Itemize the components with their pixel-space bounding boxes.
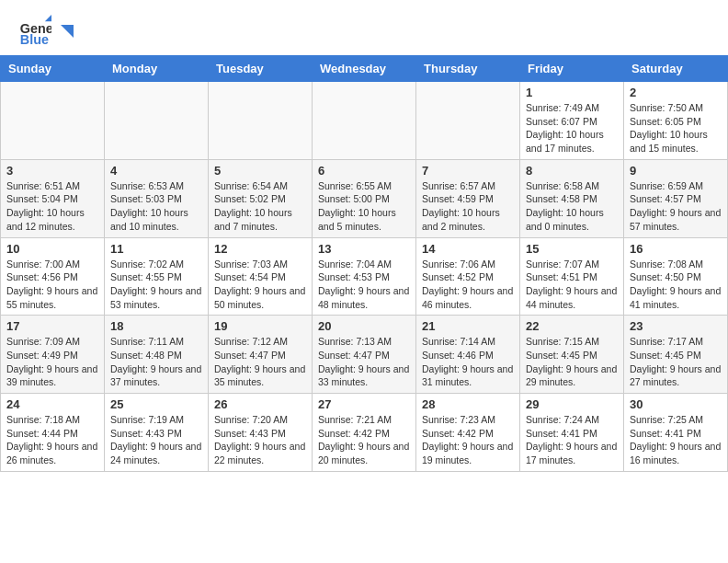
- svg-marker-2: [45, 15, 51, 21]
- calendar-cell: [1, 82, 105, 160]
- day-info: Sunrise: 7:12 AM Sunset: 4:47 PM Dayligh…: [214, 335, 306, 389]
- day-info: Sunrise: 7:20 AM Sunset: 4:43 PM Dayligh…: [214, 413, 306, 467]
- column-header-saturday: Saturday: [624, 56, 728, 82]
- day-info: Sunrise: 7:49 AM Sunset: 6:07 PM Dayligh…: [526, 101, 618, 155]
- day-number: 24: [6, 397, 98, 411]
- calendar-week-row: 3Sunrise: 6:51 AM Sunset: 5:04 PM Daylig…: [1, 159, 728, 237]
- day-number: 9: [630, 164, 722, 178]
- column-header-tuesday: Tuesday: [209, 56, 313, 82]
- day-info: Sunrise: 7:06 AM Sunset: 4:52 PM Dayligh…: [422, 258, 514, 312]
- day-number: 7: [422, 164, 514, 178]
- calendar-week-row: 24Sunrise: 7:18 AM Sunset: 4:44 PM Dayli…: [1, 394, 728, 472]
- day-info: Sunrise: 6:51 AM Sunset: 5:04 PM Dayligh…: [6, 179, 98, 234]
- calendar-cell: 17Sunrise: 7:09 AM Sunset: 4:49 PM Dayli…: [1, 316, 105, 394]
- day-info: Sunrise: 7:11 AM Sunset: 4:48 PM Dayligh…: [110, 335, 202, 389]
- day-info: Sunrise: 7:04 AM Sunset: 4:53 PM Dayligh…: [318, 258, 410, 312]
- day-number: 12: [214, 242, 306, 256]
- calendar-cell: 20Sunrise: 7:13 AM Sunset: 4:47 PM Dayli…: [313, 316, 416, 394]
- calendar-cell: 28Sunrise: 7:23 AM Sunset: 4:42 PM Dayli…: [416, 394, 520, 472]
- calendar-cell: 29Sunrise: 7:24 AM Sunset: 4:41 PM Dayli…: [520, 394, 624, 472]
- day-number: 26: [214, 397, 306, 411]
- page-header: General Blue: [0, 0, 728, 55]
- day-number: 2: [630, 86, 722, 99]
- day-number: 8: [526, 164, 618, 178]
- day-info: Sunrise: 7:02 AM Sunset: 4:55 PM Dayligh…: [110, 258, 202, 312]
- calendar-cell: [416, 82, 520, 160]
- day-number: 29: [526, 397, 618, 411]
- day-number: 1: [526, 86, 618, 99]
- day-info: Sunrise: 6:58 AM Sunset: 4:58 PM Dayligh…: [526, 179, 618, 234]
- day-number: 30: [630, 397, 722, 411]
- calendar-cell: 27Sunrise: 7:21 AM Sunset: 4:42 PM Dayli…: [313, 394, 416, 472]
- calendar-cell: 3Sunrise: 6:51 AM Sunset: 5:04 PM Daylig…: [1, 159, 105, 237]
- day-number: 25: [110, 397, 202, 411]
- calendar-cell: 10Sunrise: 7:00 AM Sunset: 4:56 PM Dayli…: [1, 237, 105, 316]
- day-number: 17: [6, 319, 98, 333]
- day-number: 10: [6, 242, 98, 256]
- calendar-header-row: SundayMondayTuesdayWednesdayThursdayFrid…: [1, 56, 728, 82]
- day-info: Sunrise: 7:18 AM Sunset: 4:44 PM Dayligh…: [6, 413, 98, 467]
- calendar-cell: 21Sunrise: 7:14 AM Sunset: 4:46 PM Dayli…: [416, 316, 520, 394]
- day-number: 3: [6, 164, 98, 178]
- day-info: Sunrise: 7:19 AM Sunset: 4:43 PM Dayligh…: [110, 413, 202, 467]
- day-number: 5: [214, 164, 306, 178]
- calendar-cell: 15Sunrise: 7:07 AM Sunset: 4:51 PM Dayli…: [520, 237, 624, 316]
- calendar-cell: 16Sunrise: 7:08 AM Sunset: 4:50 PM Dayli…: [624, 237, 728, 316]
- calendar-cell: 18Sunrise: 7:11 AM Sunset: 4:48 PM Dayli…: [105, 316, 209, 394]
- day-number: 19: [214, 319, 306, 333]
- calendar-cell: 4Sunrise: 6:53 AM Sunset: 5:03 PM Daylig…: [105, 159, 209, 237]
- svg-text:Blue: Blue: [20, 32, 49, 47]
- calendar-table: SundayMondayTuesdayWednesdayThursdayFrid…: [0, 55, 728, 472]
- day-number: 4: [110, 164, 202, 178]
- calendar-cell: 11Sunrise: 7:02 AM Sunset: 4:55 PM Dayli…: [105, 237, 209, 316]
- calendar-cell: 2Sunrise: 7:50 AM Sunset: 6:05 PM Daylig…: [624, 82, 728, 160]
- calendar-cell: 26Sunrise: 7:20 AM Sunset: 4:43 PM Dayli…: [209, 394, 313, 472]
- day-info: Sunrise: 7:08 AM Sunset: 4:50 PM Dayligh…: [630, 258, 722, 312]
- calendar-cell: 1Sunrise: 7:49 AM Sunset: 6:07 PM Daylig…: [520, 82, 624, 160]
- calendar-cell: 23Sunrise: 7:17 AM Sunset: 4:45 PM Dayli…: [624, 316, 728, 394]
- calendar-week-row: 1Sunrise: 7:49 AM Sunset: 6:07 PM Daylig…: [1, 82, 728, 160]
- calendar-cell: 24Sunrise: 7:18 AM Sunset: 4:44 PM Dayli…: [1, 394, 105, 472]
- calendar-cell: 30Sunrise: 7:25 AM Sunset: 4:41 PM Dayli…: [624, 394, 728, 472]
- day-info: Sunrise: 7:00 AM Sunset: 4:56 PM Dayligh…: [6, 258, 98, 312]
- day-number: 15: [526, 242, 618, 256]
- day-info: Sunrise: 6:54 AM Sunset: 5:02 PM Dayligh…: [214, 179, 306, 234]
- calendar-cell: 7Sunrise: 6:57 AM Sunset: 4:59 PM Daylig…: [416, 159, 520, 237]
- logo: General Blue: [18, 15, 74, 48]
- day-info: Sunrise: 7:07 AM Sunset: 4:51 PM Dayligh…: [526, 258, 618, 312]
- column-header-friday: Friday: [520, 56, 624, 82]
- day-info: Sunrise: 7:21 AM Sunset: 4:42 PM Dayligh…: [318, 413, 410, 467]
- column-header-sunday: Sunday: [1, 56, 105, 82]
- day-info: Sunrise: 7:13 AM Sunset: 4:47 PM Dayligh…: [318, 335, 410, 389]
- calendar-cell: 13Sunrise: 7:04 AM Sunset: 4:53 PM Dayli…: [313, 237, 416, 316]
- logo-triangle-icon: [57, 25, 74, 41]
- calendar-cell: 8Sunrise: 6:58 AM Sunset: 4:58 PM Daylig…: [520, 159, 624, 237]
- day-info: Sunrise: 6:53 AM Sunset: 5:03 PM Dayligh…: [110, 179, 202, 234]
- day-info: Sunrise: 7:23 AM Sunset: 4:42 PM Dayligh…: [422, 413, 514, 467]
- calendar-cell: 19Sunrise: 7:12 AM Sunset: 4:47 PM Dayli…: [209, 316, 313, 394]
- calendar-cell: 22Sunrise: 7:15 AM Sunset: 4:45 PM Dayli…: [520, 316, 624, 394]
- day-number: 16: [630, 242, 722, 256]
- day-info: Sunrise: 7:15 AM Sunset: 4:45 PM Dayligh…: [526, 335, 618, 389]
- day-number: 27: [318, 397, 410, 411]
- calendar-cell: 9Sunrise: 6:59 AM Sunset: 4:57 PM Daylig…: [624, 159, 728, 237]
- day-info: Sunrise: 7:14 AM Sunset: 4:46 PM Dayligh…: [422, 335, 514, 389]
- calendar-cell: 5Sunrise: 6:54 AM Sunset: 5:02 PM Daylig…: [209, 159, 313, 237]
- day-number: 20: [318, 319, 410, 333]
- calendar-cell: [209, 82, 313, 160]
- day-info: Sunrise: 7:03 AM Sunset: 4:54 PM Dayligh…: [214, 258, 306, 312]
- column-header-wednesday: Wednesday: [313, 56, 416, 82]
- column-header-monday: Monday: [105, 56, 209, 82]
- day-number: 28: [422, 397, 514, 411]
- day-info: Sunrise: 7:09 AM Sunset: 4:49 PM Dayligh…: [6, 335, 98, 389]
- calendar-cell: [313, 82, 416, 160]
- day-info: Sunrise: 6:59 AM Sunset: 4:57 PM Dayligh…: [630, 179, 722, 234]
- day-number: 21: [422, 319, 514, 333]
- calendar-cell: [105, 82, 209, 160]
- day-info: Sunrise: 7:17 AM Sunset: 4:45 PM Dayligh…: [630, 335, 722, 389]
- calendar-cell: 12Sunrise: 7:03 AM Sunset: 4:54 PM Dayli…: [209, 237, 313, 316]
- day-number: 11: [110, 242, 202, 256]
- column-header-thursday: Thursday: [416, 56, 520, 82]
- day-number: 18: [110, 319, 202, 333]
- calendar-cell: 6Sunrise: 6:55 AM Sunset: 5:00 PM Daylig…: [313, 159, 416, 237]
